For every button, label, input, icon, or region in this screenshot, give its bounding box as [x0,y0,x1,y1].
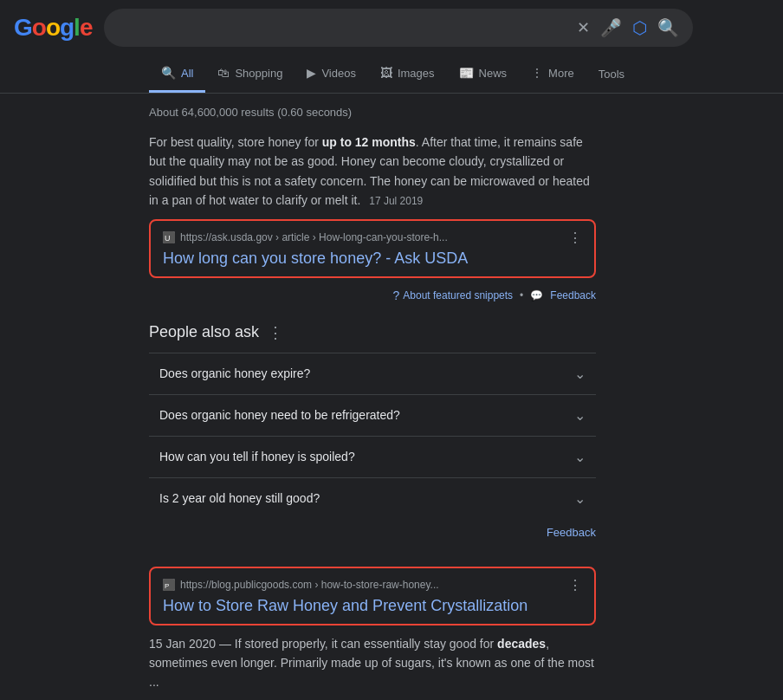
paa-title: People also ask [149,323,259,341]
about-featured-snippets-link[interactable]: ? About featured snippets [393,288,514,302]
result-desc-before: — If stored properly, it can essentially… [219,637,497,651]
snippet-url-row: U https://ask.usda.gov › article › How-l… [163,230,582,246]
paa-dots-button[interactable]: ⋮ [268,323,283,342]
paa-question-3: Is 2 year old honey still good? [159,491,320,505]
tools-button[interactable]: Tools [586,57,637,91]
tab-shopping-label: Shopping [235,67,282,80]
tab-videos-label: Videos [321,67,356,80]
nav-tabs: 🔍 All 🛍 Shopping ▶ Videos 🖼 Images 📰 New… [0,55,783,94]
result-description: 15 Jan 2020 — If stored properly, it can… [149,634,596,692]
feedback-icon: 💬 [530,289,543,301]
shopping-icon: 🛍 [217,66,230,80]
paa-feedback-link[interactable]: Feedback [149,519,596,546]
logo-letter-g2: g [60,14,74,42]
chevron-down-icon-3: ⌄ [574,490,586,507]
paa-header: People also ask ⋮ [149,323,596,342]
snippet-title-link[interactable]: How long can you store honey? - Ask USDA [163,250,468,267]
result-url-text: P https://blog.publicgoods.com › how-to-… [163,579,439,591]
more-icon: ⋮ [531,66,543,80]
result-desc-bold: decades [497,637,546,651]
result-title-link[interactable]: How to Store Raw Honey and Prevent Cryst… [163,597,527,614]
mic-button[interactable]: 🎤 [600,17,622,38]
search-icon: 🔍 [657,17,679,38]
svg-text:U: U [165,234,171,243]
paa-question-1: Does organic honey need to be refrigerat… [159,408,400,422]
tab-images-label: Images [398,67,435,80]
chevron-down-icon-0: ⌄ [574,366,586,382]
snippet-url-text: U https://ask.usda.gov › article › How-l… [163,231,448,243]
snippet-three-dots-button[interactable]: ⋮ [568,230,582,246]
featured-snippet-card: U https://ask.usda.gov › article › How-l… [149,219,596,278]
paa-question-0: Does organic honey expire? [159,366,310,380]
clear-icon: ✕ [577,18,590,37]
snippet-text-before: For best quality, store honey for [149,135,322,149]
search-icons: ✕ 🎤 ⬡ 🔍 [577,17,679,38]
result-three-dots-button[interactable]: ⋮ [568,577,582,593]
tab-more-label: More [548,67,574,80]
logo-letter-g: G [14,14,32,42]
result-date: 15 Jan 2020 [149,637,216,651]
chevron-down-icon-1: ⌄ [574,407,586,424]
snippet-description: For best quality, store honey for up to … [149,133,596,211]
result-url-string: https://blog.publicgoods.com › how-to-st… [180,579,439,591]
news-icon: 📰 [459,66,474,80]
chevron-down-icon-2: ⌄ [574,449,586,465]
svg-text:P: P [165,582,169,590]
logo-letter-l: l [74,14,80,42]
search-bar: how long does organic honey last ✕ 🎤 ⬡ 🔍 [104,9,693,47]
snippet-date: 17 Jul 2019 [369,195,423,207]
search-input[interactable]: how long does organic honey last [118,20,568,36]
second-result-card: P https://blog.publicgoods.com › how-to-… [149,567,596,625]
header: Google how long does organic honey last … [0,0,783,55]
tab-images[interactable]: 🖼 Images [368,55,447,93]
main-content: About 64,600,000 results (0.60 seconds) … [0,94,745,700]
snippet-url-string: https://ask.usda.gov › article › How-lon… [180,231,448,243]
google-logo: Google [14,14,92,42]
results-count: About 64,600,000 results (0.60 seconds) [149,106,596,119]
videos-icon: ▶ [307,66,316,80]
result-favicon: P [163,579,175,591]
logo-letter-o2: o [46,14,60,42]
search-button[interactable]: 🔍 [657,17,679,38]
images-icon: 🖼 [380,66,392,80]
mic-icon: 🎤 [600,17,622,38]
about-snippets-label: About featured snippets [403,289,513,301]
all-icon: 🔍 [161,66,176,80]
snippet-favicon: U [163,231,175,243]
result-url-row: P https://blog.publicgoods.com › how-to-… [163,577,582,593]
logo-letter-o1: o [32,14,46,42]
people-also-ask-section: People also ask ⋮ Does organic honey exp… [149,323,596,546]
feedback-link[interactable]: Feedback [550,289,596,301]
footer-separator: • [520,289,523,301]
paa-item-0[interactable]: Does organic honey expire? ⌄ [149,353,596,394]
tab-all[interactable]: 🔍 All [149,55,205,93]
paa-item-1[interactable]: Does organic honey need to be refrigerat… [149,394,596,436]
tab-more[interactable]: ⋮ More [519,55,586,93]
tab-videos[interactable]: ▶ Videos [294,55,368,93]
tab-news[interactable]: 📰 News [447,55,520,93]
paa-question-2: How can you tell if honey is spoiled? [159,450,355,463]
tab-news-label: News [479,67,508,80]
snippet-text-bold: up to 12 months [322,135,416,149]
question-icon: ? [393,288,400,302]
tab-all-label: All [181,67,193,80]
logo-letter-e: e [80,14,93,42]
tab-shopping[interactable]: 🛍 Shopping [205,55,294,93]
paa-item-2[interactable]: How can you tell if honey is spoiled? ⌄ [149,436,596,477]
snippet-footer: ? About featured snippets • 💬 Feedback [149,288,596,302]
lens-icon: ⬡ [632,17,647,38]
clear-button[interactable]: ✕ [577,18,590,37]
paa-item-3[interactable]: Is 2 year old honey still good? ⌄ [149,477,596,519]
lens-button[interactable]: ⬡ [632,17,647,38]
